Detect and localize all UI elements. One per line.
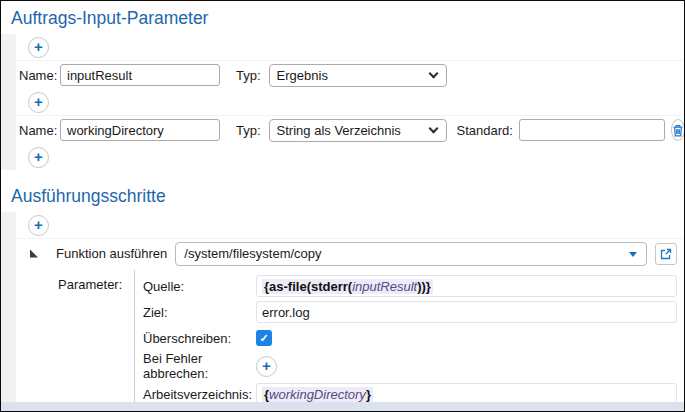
add-parameter-row: +: [16, 144, 684, 170]
job-configuration-page: Auftrags-Input-Parameter + Name: Typ: Er…: [0, 0, 685, 412]
parameter-name-input[interactable]: [60, 64, 220, 86]
expression-prefix: {as-file(stderr(: [264, 279, 352, 294]
next-section-strip: [1, 402, 684, 411]
source-label: Quelle:: [143, 279, 256, 294]
parameter-type-select[interactable]: String als Verzeichnis: [269, 119, 447, 142]
parameters-label: Parameter:: [16, 270, 135, 412]
plus-icon: +: [34, 149, 43, 164]
parameter-overwrite-row: Überschreiben: ✓: [135, 325, 684, 351]
input-parameters-list: + Name: Typ: Ergebnis + Name: Typ: Strin…: [1, 34, 684, 170]
add-parameter-row: +: [16, 34, 684, 60]
collapse-expander-icon[interactable]: [30, 249, 39, 258]
function-path-value: /system/filesystem/copy: [184, 246, 321, 261]
plus-icon: +: [262, 358, 271, 373]
section-title-input-parameters: Auftrags-Input-Parameter: [1, 1, 684, 34]
expression-variable: workingDirectory: [269, 387, 366, 402]
add-step-button[interactable]: +: [28, 215, 49, 236]
target-label: Ziel:: [143, 305, 256, 320]
function-path-combobox[interactable]: /system/filesystem/copy: [175, 242, 647, 266]
parameters-rows: Quelle: {as-file(stderr(inputResult))} Z…: [135, 270, 684, 412]
expression-suffix: }: [366, 387, 371, 402]
overwrite-value-area: ✓: [256, 330, 677, 346]
name-label: Name:: [19, 123, 60, 138]
selected-type-value: Ergebnis: [277, 68, 328, 83]
parameter-type-select[interactable]: Ergebnis: [269, 64, 447, 87]
overwrite-checkbox[interactable]: ✓: [256, 330, 272, 346]
parameter-row: Name: Typ: String als Verzeichnis Standa…: [16, 115, 684, 144]
name-label: Name:: [19, 68, 60, 83]
working-directory-label: Arbeitsverzeichnis:: [143, 387, 256, 402]
chevron-down-icon: [428, 68, 438, 78]
target-value-field[interactable]: error.log: [256, 301, 677, 323]
target-value: error.log: [262, 305, 310, 320]
plus-icon: +: [34, 94, 43, 109]
add-parameter-button[interactable]: +: [28, 92, 49, 113]
selected-type-value: String als Verzeichnis: [277, 123, 401, 138]
overwrite-label: Überschreiben:: [143, 331, 256, 346]
add-parameter-button[interactable]: +: [28, 147, 49, 168]
parameter-abort-on-error-row: Bei Fehler abbrechen: +: [135, 351, 684, 381]
add-abort-on-error-button[interactable]: +: [256, 356, 277, 377]
open-function-button[interactable]: [655, 243, 677, 265]
add-parameter-row: +: [16, 89, 684, 115]
dropdown-arrow-icon: [629, 252, 637, 257]
execution-steps-list: + Funktion ausführen /system/filesystem/…: [1, 212, 684, 412]
standard-label: Standard:: [457, 123, 513, 138]
type-label: Typ:: [236, 68, 261, 83]
execute-function-label: Funktion ausführen: [56, 246, 167, 261]
chevron-down-icon: [428, 123, 438, 133]
type-label: Typ:: [236, 123, 261, 138]
step-parameters-block: Parameter: Quelle: {as-file(stderr(input…: [16, 270, 684, 412]
parameter-source-row: Quelle: {as-file(stderr(inputResult))}: [135, 273, 684, 299]
check-icon: ✓: [259, 332, 268, 345]
section-title-execution-steps: Ausführungsschritte: [1, 170, 684, 212]
expression-value: {workingDirectory}: [262, 387, 373, 402]
parameter-row: Name: Typ: Ergebnis: [16, 60, 684, 89]
external-link-icon: [660, 248, 672, 260]
parameter-target-row: Ziel: error.log: [135, 299, 684, 325]
expression-suffix: ))}: [417, 279, 431, 294]
expression-value: {as-file(stderr(inputResult))}: [262, 279, 433, 294]
parameter-name-input[interactable]: [60, 119, 220, 141]
trash-icon: [672, 124, 684, 137]
abort-on-error-label: Bei Fehler abbrechen:: [143, 351, 256, 381]
source-expression-field[interactable]: {as-file(stderr(inputResult))}: [256, 275, 677, 297]
expression-variable: inputResult: [352, 279, 417, 294]
plus-icon: +: [34, 39, 43, 54]
execute-function-step-row: Funktion ausführen /system/filesystem/co…: [16, 238, 684, 268]
add-step-row: +: [16, 212, 684, 238]
delete-parameter-button[interactable]: [671, 119, 685, 141]
plus-icon: +: [34, 217, 43, 232]
standard-value-input[interactable]: [519, 119, 665, 141]
abort-on-error-value-area: +: [256, 356, 677, 377]
add-parameter-button[interactable]: +: [28, 37, 49, 58]
